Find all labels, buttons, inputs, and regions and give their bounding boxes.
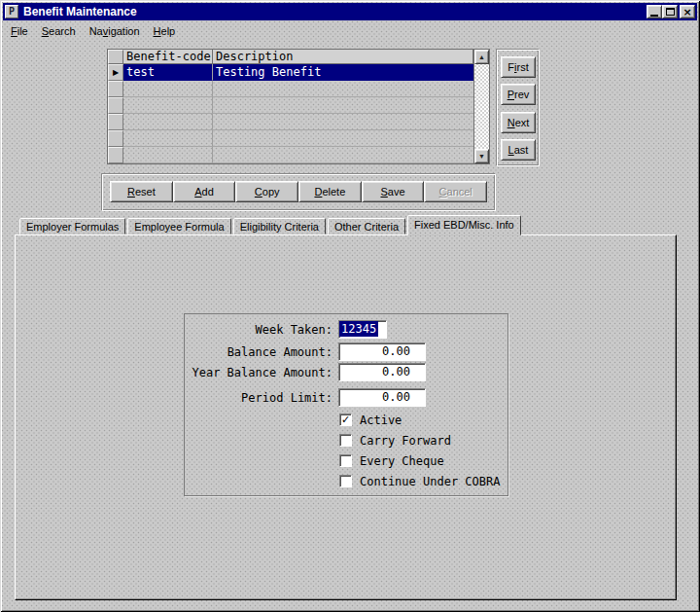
tab-other-criteria[interactable]: Other Criteria	[328, 218, 405, 234]
week-taken-label: Week Taken:	[185, 322, 332, 338]
save-button[interactable]: Save	[362, 181, 425, 202]
last-button[interactable]: Last	[501, 139, 536, 161]
period-limit-input[interactable]: 0.00	[338, 388, 426, 407]
tab-strip: Employer Formulas Employee Formula Eligi…	[19, 215, 521, 235]
checkbox-every-cheque[interactable]	[339, 454, 352, 467]
close-button[interactable]: ×	[680, 5, 695, 18]
copy-button[interactable]: Copy	[235, 181, 298, 202]
title-bar[interactable]: P Benefit Maintenance ×	[3, 3, 697, 20]
application-window: P Benefit Maintenance × File Search Navi…	[0, 0, 700, 612]
menu-file[interactable]: File	[4, 23, 35, 39]
tab-employee-formula[interactable]: Employee Formula	[127, 218, 230, 234]
checkbox-active[interactable]: ✓	[339, 414, 352, 426]
maximize-icon	[666, 8, 675, 16]
cancel-button: Cancel	[424, 181, 487, 202]
benefit-grid: Benefit-code Description ▶ test Testing …	[107, 49, 490, 164]
selected-text: 12345	[339, 321, 378, 337]
tab-page-fixed-ebd: Week Taken: Balance Amount: Year Balance…	[15, 234, 677, 600]
scroll-down-icon: ▼	[478, 153, 485, 160]
current-row-marker-icon: ▶	[113, 69, 119, 77]
action-buttons-frame: Reset Add Copy Delete Save Cancel	[101, 173, 496, 211]
prev-button[interactable]: Prev	[501, 84, 536, 105]
minimize-button[interactable]	[647, 5, 662, 18]
checkbox-continue-under-cobra-label: Continue Under COBRA	[360, 475, 501, 488]
checkbox-active-label: Active	[360, 414, 402, 427]
delete-button[interactable]: Delete	[298, 181, 362, 202]
period-limit-label: Period Limit:	[185, 390, 332, 406]
table-row-empty[interactable]	[108, 81, 473, 97]
checkbox-carry-forward[interactable]	[339, 434, 352, 447]
table-row-empty[interactable]	[108, 130, 473, 147]
tab-fixed-ebd-misc-info[interactable]: Fixed EBD/Misc. Info	[407, 215, 521, 235]
column-header-description[interactable]: Description	[213, 50, 473, 64]
scroll-down-button[interactable]: ▼	[474, 149, 489, 163]
reset-button[interactable]: Reset	[110, 181, 173, 202]
record-nav-frame: First Prev Next Last	[496, 49, 540, 166]
table-row-empty[interactable]	[108, 114, 473, 130]
menu-search[interactable]: Search	[35, 23, 83, 39]
week-taken-input[interactable]: 12345	[338, 320, 387, 339]
table-row-empty[interactable]	[108, 97, 473, 114]
column-header-benefit-code[interactable]: Benefit-code	[123, 50, 213, 64]
cell-benefit-code[interactable]: test	[123, 64, 213, 81]
checkbox-every-cheque-label: Every Cheque	[360, 454, 444, 468]
first-button[interactable]: First	[501, 56, 536, 78]
scroll-up-icon: ▲	[478, 54, 485, 60]
menu-help[interactable]: Help	[147, 23, 183, 39]
balance-amount-label: Balance Amount:	[185, 344, 332, 360]
misc-info-groupbox: Week Taken: Balance Amount: Year Balance…	[184, 313, 508, 496]
checkbox-continue-under-cobra[interactable]	[339, 475, 352, 487]
add-button[interactable]: Add	[173, 181, 236, 202]
close-icon: ×	[682, 7, 691, 18]
menu-bar: File Search Navigation Help	[4, 22, 182, 39]
table-row[interactable]: ▶ test Testing Benefit	[108, 64, 473, 81]
maximize-button[interactable]	[662, 5, 678, 18]
table-row-empty[interactable]	[108, 147, 473, 163]
tab-employer-formulas[interactable]: Employer Formulas	[19, 218, 125, 234]
year-balance-amount-label: Year Balance Amount:	[185, 365, 332, 380]
balance-amount-input[interactable]: 0.00	[338, 342, 426, 361]
checkbox-carry-forward-label: Carry Forward	[360, 434, 451, 448]
tab-eligibility-criteria[interactable]: Eligibility Criteria	[233, 218, 326, 234]
cell-description[interactable]: Testing Benefit	[213, 64, 473, 81]
row-selector[interactable]: ▶	[108, 64, 123, 81]
year-balance-amount-input[interactable]: 0.00	[338, 363, 426, 381]
grid-header-gutter	[108, 50, 123, 64]
menu-navigation[interactable]: Navigation	[83, 23, 147, 39]
next-button[interactable]: Next	[501, 112, 536, 133]
grid-scrollbar[interactable]: ▲ ▼	[473, 50, 489, 163]
grid-header-row: Benefit-code Description	[108, 50, 473, 64]
scroll-up-button[interactable]: ▲	[474, 50, 489, 64]
app-icon: P	[5, 5, 18, 18]
window-title: Benefit Maintenance	[23, 5, 647, 18]
minimize-icon	[650, 15, 658, 17]
checkmark-icon: ✓	[341, 414, 350, 426]
